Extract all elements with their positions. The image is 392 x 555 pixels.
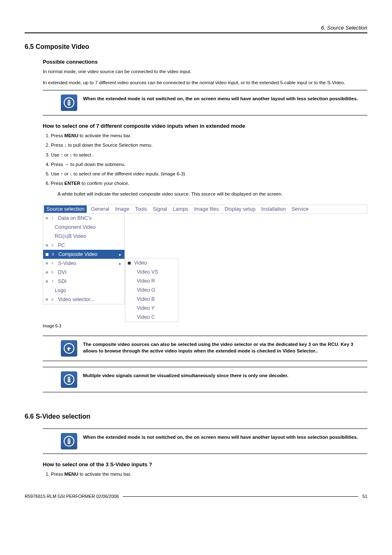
- svg-rect-9: [68, 378, 71, 382]
- menubar-item[interactable]: Display setup: [225, 206, 256, 212]
- menu-item[interactable]: 5DVI: [43, 268, 125, 277]
- menubar-item[interactable]: Installation: [261, 206, 286, 212]
- svg-rect-8: [68, 377, 71, 378]
- submenu-item[interactable]: Video G: [125, 286, 178, 295]
- callout-text: Multiple video signals cannot be visuali…: [83, 371, 288, 379]
- step-note: A white bullet will indicate the selecte…: [58, 191, 367, 197]
- menubar-item[interactable]: Image: [115, 206, 129, 212]
- menubar-item[interactable]: Service: [291, 206, 309, 212]
- note-icon: [61, 94, 77, 111]
- menubar-item[interactable]: Tools: [135, 206, 147, 212]
- tip-callout: The composite video sources can also be …: [61, 340, 367, 357]
- rule: [43, 361, 367, 361]
- info-callout: Multiple video signals cannot be visuali…: [61, 371, 367, 388]
- hand-icon: [61, 340, 77, 357]
- menubar-item-selected[interactable]: Source selection: [44, 205, 87, 213]
- rule: [43, 115, 367, 115]
- step-item: Use ↑ or ↓ to select .: [51, 152, 367, 158]
- note-icon: [61, 433, 77, 449]
- menu-item[interactable]: Component Video: [43, 223, 125, 232]
- svg-rect-15: [68, 440, 71, 444]
- submenu-arrow-icon: ▸: [119, 261, 121, 266]
- submenu-item[interactable]: Video B: [125, 295, 178, 304]
- menu-item[interactable]: RG(s)B Video: [43, 232, 125, 241]
- menu-figure: Source selection General Image Tools Sig…: [43, 205, 367, 322]
- subheading-svideo-howto: How to select one of the 3 S-Video input…: [43, 461, 367, 467]
- footer-page-number: 51: [362, 494, 367, 499]
- callout-text: When the extended mode is not switched o…: [83, 94, 358, 102]
- steps-list: Press MENU to activate the menu bar. Pre…: [51, 132, 367, 187]
- subheading-how-to-select: How to select one of 7 different composi…: [43, 123, 367, 129]
- submenu-item[interactable]: Video Y: [125, 304, 178, 313]
- sub-menu-column: Video Video VS Video R Video G Video B V…: [125, 258, 178, 322]
- menu-item[interactable]: 9Video selector...: [43, 295, 125, 304]
- rule: [43, 367, 367, 367]
- menubar: Source selection General Image Tools Sig…: [43, 205, 367, 214]
- step-item: Use ↑ or ↓ to select one of the differen…: [51, 170, 367, 177]
- note-icon: [61, 371, 77, 388]
- step-item: Press ↓ to pull down the Source Selectio…: [51, 142, 367, 148]
- rule: [43, 392, 367, 392]
- step-item: Press ENTER to confirm your choice.: [51, 180, 367, 187]
- rule: [43, 454, 367, 454]
- info-callout: When the extended mode is not switched o…: [61, 433, 367, 449]
- svg-rect-14: [68, 439, 71, 440]
- footer-left: R5976815 RLM G5I PERFORMER 02/06/2006: [25, 494, 119, 499]
- page-footer: R5976815 RLM G5I PERFORMER 02/06/2006 51: [25, 494, 367, 499]
- menubar-item[interactable]: General: [91, 206, 109, 212]
- rule: [43, 428, 367, 429]
- header-rule: [25, 32, 367, 33]
- menubar-item[interactable]: Image files: [194, 206, 219, 212]
- step-item: Press MENU to activate the menu bar.: [51, 471, 367, 477]
- rule: [43, 90, 367, 90]
- section-6-5-title: 6.5 Composite Video: [25, 43, 367, 51]
- callout-text: The composite video sources can also be …: [83, 340, 367, 354]
- paragraph: In extended mode, up to 7 different vide…: [43, 79, 367, 86]
- chapter-header: 6. Source Selection: [25, 25, 367, 31]
- menubar-item[interactable]: Signal: [153, 206, 167, 212]
- menubar-item[interactable]: Lamps: [173, 206, 189, 212]
- figure-caption: Image 6-3: [43, 324, 367, 328]
- menu-item-selected[interactable]: 3Composite Video▸: [43, 250, 125, 259]
- menu-item[interactable]: 1Data on BNC's: [43, 214, 125, 223]
- menu-item[interactable]: 4S-Video▸: [43, 259, 125, 268]
- menu-item[interactable]: Logo: [43, 286, 125, 295]
- submenu-item[interactable]: Video C: [125, 313, 178, 322]
- step-item: Press MENU to activate the menu bar.: [51, 132, 367, 139]
- submenu-item[interactable]: Video R: [125, 276, 178, 286]
- footer-line: [123, 496, 358, 497]
- submenu-item[interactable]: Video VS: [125, 267, 178, 276]
- step-item: Press → to pull down the submenu.: [51, 161, 367, 168]
- svg-rect-1: [68, 100, 71, 101]
- menu-item[interactable]: 2PC: [43, 241, 125, 250]
- submenu-item[interactable]: Video: [125, 258, 178, 267]
- callout-text: When the extended mode is not switched o…: [83, 433, 358, 440]
- info-callout: When the extended mode is not switched o…: [61, 94, 367, 111]
- main-menu-column: 1Data on BNC's Component Video RG(s)B Vi…: [43, 214, 125, 304]
- subheading-possible-connections: Possible connections: [43, 59, 367, 65]
- paragraph: In normal mode, one video source can be …: [43, 68, 367, 75]
- menu-item[interactable]: 7SDI: [43, 277, 125, 286]
- section-6-6-title: 6.6 S-Video selection: [25, 413, 367, 420]
- submenu-arrow-icon: ▸: [119, 252, 121, 257]
- svg-rect-2: [68, 101, 71, 106]
- rule: [43, 336, 367, 336]
- steps-list: Press MENU to activate the menu bar.: [51, 471, 367, 477]
